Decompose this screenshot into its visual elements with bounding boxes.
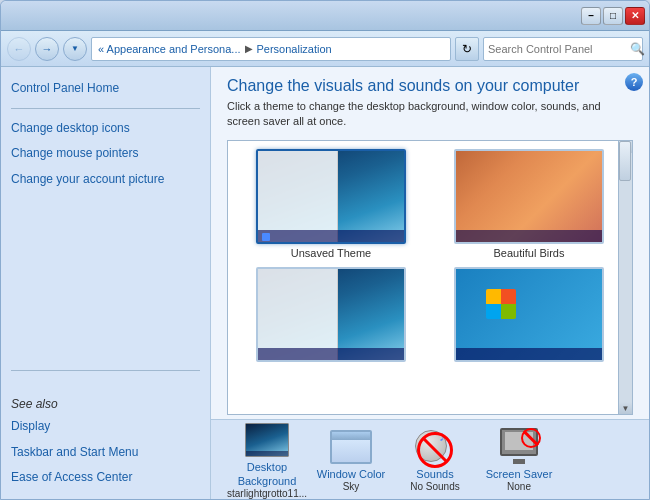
minimize-button[interactable]: –: [581, 7, 601, 25]
breadcrumb-current[interactable]: Personalization: [257, 43, 332, 55]
address-bar: ← → ▼ « Appearance and Persona... ▶ Pers…: [1, 31, 649, 67]
sounds-sublabel: No Sounds: [410, 481, 459, 492]
sidebar-link-desktop-icons[interactable]: Change desktop icons: [11, 119, 200, 138]
sidebar-link-display[interactable]: Display: [11, 417, 200, 436]
sounds-label: Sounds: [416, 467, 453, 481]
window-color-icon-wrap: [327, 427, 375, 467]
preview-overlay-3: [258, 269, 338, 360]
theme-item-unsaved[interactable]: Unsaved Theme: [236, 149, 426, 259]
main-window: – □ ✕ ← → ▼ « Appearance and Persona... …: [0, 0, 650, 500]
main-content: Control Panel Home Change desktop icons …: [1, 67, 649, 499]
window-color-icon: [330, 430, 372, 464]
theme-grid: Unsaved Theme Beautiful Birds: [228, 141, 632, 373]
help-icon[interactable]: ?: [625, 73, 643, 91]
bottom-item-desktop-bg[interactable]: DesktopBackground starlightgrotto11...: [227, 420, 307, 499]
windows-logo: [486, 289, 516, 319]
theme-preview-birds: [454, 149, 604, 244]
sidebar-link-taskbar[interactable]: Taskbar and Start Menu: [11, 443, 200, 462]
preview-taskbar-3: [258, 348, 404, 360]
panel-subtitle: Click a theme to change the desktop back…: [227, 99, 633, 130]
see-also-label: See also: [11, 397, 200, 411]
sounds-icon-wrap: ♪: [411, 427, 459, 467]
preview-overlay: [258, 151, 338, 242]
refresh-button[interactable]: ↻: [455, 37, 479, 61]
screen-saver-icon: [497, 428, 541, 466]
screen-saver-sublabel: None: [507, 481, 531, 492]
panel-header: Change the visuals and sounds on your co…: [211, 67, 649, 136]
title-bar: – □ ✕: [1, 1, 649, 31]
preview-window-icon: [262, 233, 270, 241]
search-icon: 🔍: [630, 42, 645, 56]
panel: ? Change the visuals and sounds on your …: [211, 67, 649, 499]
sidebar-link-ease-of-access[interactable]: Ease of Access Center: [11, 468, 200, 487]
desktop-bg-icon: [245, 423, 289, 457]
theme-preview-unsaved: [256, 149, 406, 244]
theme-item-4[interactable]: [434, 267, 624, 365]
desktop-bg-icon-wrap: [243, 420, 291, 460]
theme-label-unsaved: Unsaved Theme: [291, 247, 372, 259]
sidebar: Control Panel Home Change desktop icons …: [1, 67, 211, 499]
sidebar-divider-1: [11, 108, 200, 109]
breadcrumb-separator: ▶: [245, 43, 253, 54]
desktop-bg-sublabel: starlightgrotto11...: [227, 488, 307, 499]
preview-taskbar-birds: [456, 230, 602, 242]
bottom-bar: DesktopBackground starlightgrotto11... W…: [211, 419, 649, 499]
screen-saver-label: Screen Saver: [486, 467, 553, 481]
sidebar-home-link[interactable]: Control Panel Home: [11, 79, 200, 98]
theme-item-3[interactable]: [236, 267, 426, 365]
preview-taskbar-4: [456, 348, 602, 360]
window-controls: – □ ✕: [581, 7, 645, 25]
panel-title: Change the visuals and sounds on your co…: [227, 77, 633, 95]
screen-saver-icon-wrap: [495, 427, 543, 467]
forward-button[interactable]: →: [35, 37, 59, 61]
theme-preview-3: [256, 267, 406, 362]
breadcrumb-appearance[interactable]: « Appearance and Persona...: [98, 43, 241, 55]
no-sounds-overlay: [417, 432, 453, 468]
preview-taskbar: [258, 230, 404, 242]
window-color-label: Window Color: [317, 467, 385, 481]
theme-item-beautiful-birds[interactable]: Beautiful Birds: [434, 149, 624, 259]
maximize-button[interactable]: □: [603, 7, 623, 25]
window-color-sublabel: Sky: [343, 481, 360, 492]
screensaver-stand: [513, 459, 525, 464]
bottom-item-sounds[interactable]: ♪ Sounds No Sounds: [395, 427, 475, 492]
back-button[interactable]: ←: [7, 37, 31, 61]
scroll-track[interactable]: ▲ ▼: [618, 141, 632, 414]
close-button[interactable]: ✕: [625, 7, 645, 25]
screensaver-no-icon: [521, 428, 541, 448]
sounds-icon-inner: ♪: [413, 428, 457, 466]
desktop-bg-label: DesktopBackground: [238, 460, 297, 489]
theme-preview-4: [454, 267, 604, 362]
sidebar-divider-2: [11, 370, 200, 371]
breadcrumb: « Appearance and Persona... ▶ Personaliz…: [91, 37, 451, 61]
bottom-item-window-color[interactable]: Window Color Sky: [311, 427, 391, 492]
sidebar-link-mouse-pointers[interactable]: Change mouse pointers: [11, 144, 200, 163]
bottom-item-screen-saver[interactable]: Screen Saver None: [479, 427, 559, 492]
dropdown-button[interactable]: ▼: [63, 37, 87, 61]
scroll-thumb[interactable]: [619, 141, 631, 181]
search-bar: 🔍: [483, 37, 643, 61]
theme-scroll-area: Unsaved Theme Beautiful Birds: [227, 140, 633, 415]
theme-label-birds: Beautiful Birds: [494, 247, 565, 259]
search-input[interactable]: [488, 43, 626, 55]
sidebar-link-account-picture[interactable]: Change your account picture: [11, 170, 200, 189]
